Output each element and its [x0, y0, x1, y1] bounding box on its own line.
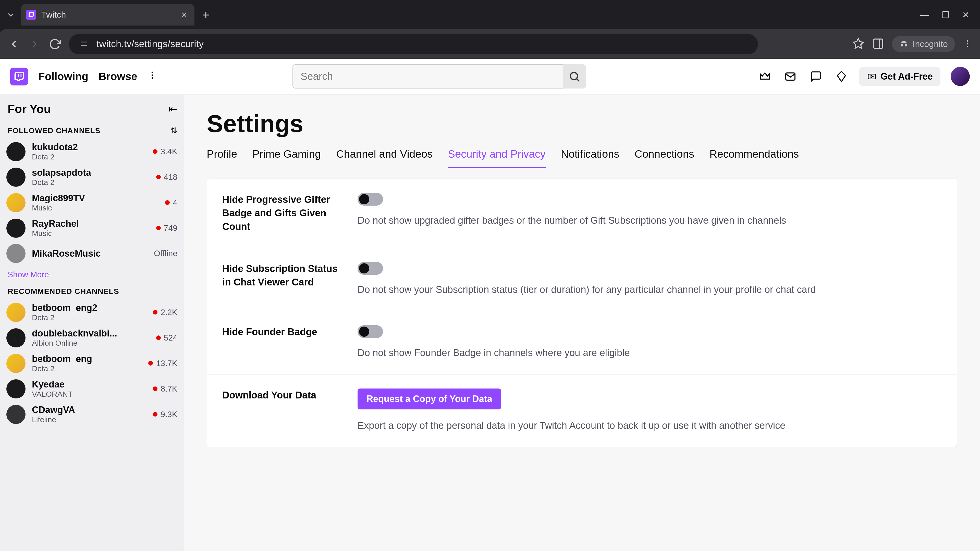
- search-button[interactable]: [563, 64, 586, 89]
- channel-avatar: [6, 219, 25, 238]
- bookmark-icon[interactable]: [852, 38, 864, 51]
- channel-name: CDawgVA: [32, 405, 146, 415]
- live-indicator-icon: [156, 226, 161, 230]
- live-indicator-icon: [153, 310, 158, 314]
- get-ad-free-button[interactable]: Get Ad-Free: [859, 67, 940, 86]
- browser-menu-icon[interactable]: [963, 39, 972, 49]
- minimize-icon[interactable]: —: [920, 10, 929, 20]
- svg-point-7: [967, 45, 968, 47]
- browser-tab[interactable]: Twitch ×: [21, 4, 194, 25]
- incognito-badge[interactable]: Incognito: [892, 36, 955, 52]
- channel-status: 4: [165, 198, 177, 207]
- channel-game: Albion Online: [32, 339, 150, 348]
- live-indicator-icon: [156, 175, 161, 179]
- user-avatar[interactable]: [951, 67, 970, 86]
- bits-icon[interactable]: [834, 69, 849, 84]
- channel-game: Dota 2: [32, 152, 146, 161]
- maximize-icon[interactable]: ❐: [942, 10, 950, 20]
- viewer-count: 4: [173, 198, 177, 207]
- hide-subscription-status-desc: Do not show your Subscription status (ti…: [358, 283, 942, 297]
- download-your-data-label: Download Your Data: [222, 389, 342, 433]
- hide-gifter-badge-desc: Do not show upgraded gifter badges or th…: [358, 213, 942, 228]
- live-indicator-icon: [153, 149, 158, 154]
- whispers-icon[interactable]: [808, 69, 824, 84]
- panel-icon[interactable]: [872, 38, 884, 51]
- more-menu-icon[interactable]: [148, 70, 157, 83]
- nav-browse[interactable]: Browse: [99, 70, 137, 83]
- close-tab-icon[interactable]: ×: [181, 10, 187, 20]
- channel-row[interactable]: betboom_engDota 213.7K: [6, 351, 184, 376]
- channel-avatar: [6, 354, 25, 373]
- channel-status: 3.4K: [153, 147, 177, 156]
- channel-game: Lifeline: [32, 415, 146, 424]
- hide-founder-badge-toggle[interactable]: [358, 325, 383, 338]
- search-input[interactable]: [293, 64, 563, 89]
- channel-status: 524: [156, 333, 177, 343]
- site-info-icon[interactable]: [79, 39, 89, 49]
- channel-status: 2.2K: [153, 308, 177, 317]
- channel-name: betboom_eng2: [32, 303, 146, 313]
- svg-line-12: [577, 79, 579, 81]
- tab-title: Twitch: [41, 10, 177, 20]
- offline-label: Offline: [154, 249, 177, 258]
- channel-row[interactable]: RayRachelMusic749: [6, 215, 184, 241]
- hide-gifter-badge-toggle[interactable]: [358, 193, 383, 206]
- reload-button[interactable]: [48, 38, 61, 51]
- svg-point-11: [570, 73, 578, 79]
- svg-marker-2: [853, 38, 863, 48]
- new-tab-button[interactable]: +: [202, 7, 210, 22]
- channel-row[interactable]: solapsapdotaDota 2418: [6, 164, 184, 190]
- tab-recommendations[interactable]: Recommendations: [710, 148, 799, 168]
- url-text: twitch.tv/settings/security: [97, 38, 204, 49]
- channel-status: 9.3K: [153, 410, 177, 419]
- channel-game: Music: [32, 229, 150, 238]
- nav-following[interactable]: Following: [38, 70, 88, 83]
- live-indicator-icon: [153, 386, 158, 391]
- channel-row[interactable]: CDawgVALifeline9.3K: [6, 402, 184, 427]
- show-more-link[interactable]: Show More: [6, 266, 184, 283]
- inbox-icon[interactable]: [783, 69, 798, 84]
- request-data-copy-button[interactable]: Request a Copy of Your Data: [358, 389, 501, 410]
- channel-avatar: [6, 244, 25, 263]
- channel-game: Music: [32, 203, 159, 212]
- live-indicator-icon: [153, 412, 158, 416]
- channel-avatar: [6, 142, 25, 161]
- viewer-count: 749: [164, 224, 177, 233]
- hide-subscription-status-toggle[interactable]: [358, 262, 383, 275]
- channel-row[interactable]: betboom_eng2Dota 22.2K: [6, 300, 184, 325]
- viewer-count: 3.4K: [161, 147, 177, 156]
- forward-button[interactable]: [28, 38, 41, 51]
- svg-point-6: [967, 43, 968, 44]
- twitch-logo[interactable]: [10, 68, 28, 86]
- channel-avatar: [6, 405, 25, 424]
- channel-status: 13.7K: [148, 359, 177, 368]
- page-title: Settings: [207, 110, 957, 138]
- channel-row[interactable]: KyedaeVALORANT8.7K: [6, 376, 184, 402]
- channel-row[interactable]: MikaRoseMusicOffline: [6, 241, 184, 266]
- svg-rect-3: [873, 39, 883, 48]
- tab-prime-gaming[interactable]: Prime Gaming: [252, 148, 321, 168]
- tab-profile[interactable]: Profile: [207, 148, 237, 168]
- channel-status: 418: [156, 172, 177, 182]
- channel-row[interactable]: Magic899TVMusic4: [6, 190, 184, 215]
- tab-channel-and-videos[interactable]: Channel and Videos: [336, 148, 433, 168]
- address-bar[interactable]: twitch.tv/settings/security: [69, 34, 758, 54]
- hide-gifter-badge-label: Hide Progressive Gifter Badge and Gifts …: [222, 193, 342, 233]
- channel-avatar: [6, 303, 25, 322]
- tab-search-button[interactable]: [3, 7, 18, 22]
- sort-icon[interactable]: ⇅: [171, 126, 177, 135]
- channel-row[interactable]: doublebacknvalbi...Albion Online524: [6, 325, 184, 351]
- tab-connections[interactable]: Connections: [635, 148, 694, 168]
- prime-icon[interactable]: [757, 69, 773, 84]
- tab-security-and-privacy[interactable]: Security and Privacy: [448, 148, 546, 168]
- back-button[interactable]: [8, 38, 21, 51]
- svg-marker-14: [837, 71, 845, 82]
- tab-notifications[interactable]: Notifications: [561, 148, 619, 168]
- channel-row[interactable]: kukudota2Dota 23.4K: [6, 139, 184, 164]
- channel-avatar: [6, 168, 25, 187]
- close-window-icon[interactable]: ✕: [962, 10, 969, 20]
- channel-avatar: [6, 328, 25, 348]
- collapse-sidebar-icon[interactable]: ⇤: [169, 103, 177, 115]
- viewer-count: 8.7K: [161, 384, 177, 394]
- svg-point-9: [151, 75, 153, 76]
